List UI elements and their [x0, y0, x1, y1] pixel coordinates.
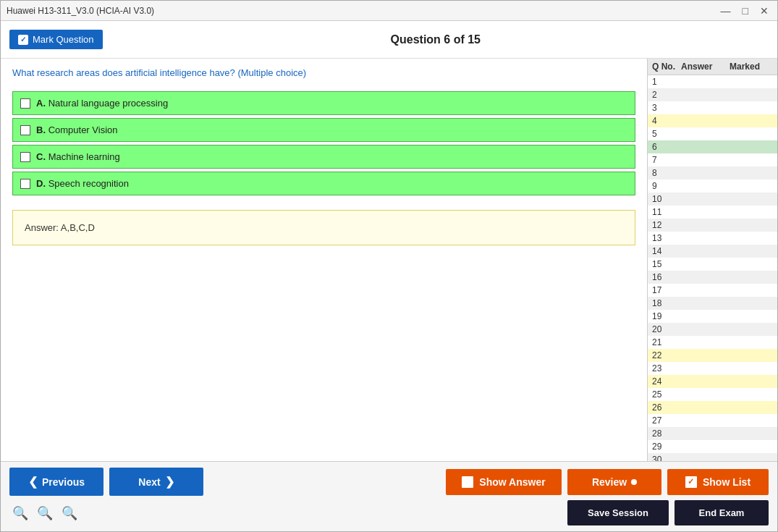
row-num: 1 — [652, 77, 681, 87]
row-num: 26 — [652, 402, 681, 413]
row-num: 3 — [652, 103, 681, 113]
row-num: 29 — [652, 442, 681, 452]
row-answer — [681, 311, 730, 321]
panel-row[interactable]: 1 — [648, 75, 777, 88]
review-button[interactable]: Review — [567, 469, 661, 495]
mark-check-icon — [18, 35, 28, 45]
maximize-button[interactable]: □ — [740, 5, 751, 17]
show-list-check-icon — [685, 476, 697, 488]
row-marked — [730, 415, 773, 426]
previous-label: Previous — [42, 476, 85, 488]
option-d-checkbox[interactable] — [20, 179, 30, 189]
panel-row[interactable]: 30 — [648, 453, 777, 461]
panel-row[interactable]: 24 — [648, 375, 777, 388]
panel-row[interactable]: 4 — [648, 114, 777, 127]
option-d[interactable]: D. Speech recognition — [12, 172, 635, 195]
option-b-checkbox[interactable] — [20, 125, 30, 135]
panel-row[interactable]: 9 — [648, 180, 777, 193]
row-answer — [681, 181, 730, 191]
row-marked — [730, 389, 773, 400]
show-list-button[interactable]: Show List — [667, 469, 769, 495]
row-num: 19 — [652, 311, 681, 321]
zoom-controls: 🔍 🔍 🔍 — [9, 504, 80, 523]
row-num: 8 — [652, 168, 681, 178]
option-b[interactable]: B. Computer Vision — [12, 118, 635, 142]
option-d-label: D. Speech recognition — [36, 178, 129, 189]
panel-row[interactable]: 13 — [648, 232, 777, 245]
panel-row[interactable]: 12 — [648, 219, 777, 232]
end-exam-button[interactable]: End Exam — [675, 500, 769, 525]
panel-row[interactable]: 15 — [648, 258, 777, 271]
row-marked — [730, 168, 773, 178]
main-window: Huawei H13-311_V3.0 (HCIA-AI V3.0) — □ ✕… — [0, 0, 778, 532]
row-answer — [681, 350, 730, 360]
panel-row[interactable]: 14 — [648, 245, 777, 258]
row-marked — [730, 350, 773, 360]
close-button[interactable]: ✕ — [757, 5, 771, 17]
row-num: 17 — [652, 285, 681, 295]
zoom-out-button[interactable]: 🔍 — [59, 504, 80, 523]
mark-question-button[interactable]: Mark Question — [9, 30, 103, 49]
panel-row[interactable]: 18 — [648, 297, 777, 310]
row-marked — [730, 272, 773, 282]
row-num: 21 — [652, 337, 681, 347]
row-answer — [681, 402, 730, 413]
row-num: 30 — [652, 455, 681, 461]
next-button[interactable]: Next ❯ — [109, 468, 203, 496]
row-marked — [730, 442, 773, 452]
panel-row[interactable]: 7 — [648, 153, 777, 166]
row-marked — [730, 142, 773, 152]
panel-list[interactable]: 1234567891011121314151617181920212223242… — [648, 75, 777, 461]
panel-row[interactable]: 28 — [648, 427, 777, 440]
row-answer — [681, 207, 730, 217]
row-answer — [681, 455, 730, 461]
panel-row[interactable]: 6 — [648, 140, 777, 153]
review-dot-icon — [631, 479, 637, 485]
panel-row[interactable]: 8 — [648, 166, 777, 180]
panel-row[interactable]: 27 — [648, 414, 777, 427]
show-answer-button[interactable]: Show Answer — [446, 469, 562, 495]
option-c-checkbox[interactable] — [20, 152, 30, 162]
row-num: 27 — [652, 415, 681, 426]
row-marked — [730, 233, 773, 243]
next-label: Next — [138, 476, 160, 488]
row-marked — [730, 363, 773, 373]
row-answer — [681, 155, 730, 165]
prev-arrow-icon: ❮ — [28, 475, 38, 489]
panel-row[interactable]: 26 — [648, 401, 777, 414]
option-a-checkbox[interactable] — [20, 98, 30, 109]
show-list-label: Show List — [703, 476, 750, 488]
header: Mark Question Question 6 of 15 — [1, 21, 777, 59]
panel-row[interactable]: 3 — [648, 101, 777, 114]
panel-row[interactable]: 5 — [648, 127, 777, 140]
minimize-button[interactable]: — — [718, 5, 734, 17]
row-answer — [681, 90, 730, 100]
row-marked — [730, 428, 773, 439]
show-answer-label: Show Answer — [479, 476, 545, 488]
panel-row[interactable]: 11 — [648, 206, 777, 219]
option-a[interactable]: A. Natural language processing — [12, 91, 635, 115]
panel-row[interactable]: 29 — [648, 440, 777, 453]
row-num: 16 — [652, 272, 681, 282]
panel-row[interactable]: 19 — [648, 310, 777, 323]
title-bar: Huawei H13-311_V3.0 (HCIA-AI V3.0) — □ ✕ — [1, 1, 777, 21]
panel-row[interactable]: 17 — [648, 284, 777, 297]
panel-row[interactable]: 22 — [648, 349, 777, 362]
panel-row[interactable]: 23 — [648, 362, 777, 375]
panel-row[interactable]: 25 — [648, 388, 777, 401]
panel-row[interactable]: 10 — [648, 193, 777, 206]
option-c[interactable]: C. Machine learning — [12, 145, 635, 169]
previous-button[interactable]: ❮ Previous — [9, 468, 103, 496]
zoom-reset-button[interactable]: 🔍 — [34, 504, 56, 523]
row-answer — [681, 272, 730, 282]
panel-row[interactable]: 16 — [648, 271, 777, 284]
panel-row[interactable]: 20 — [648, 323, 777, 336]
row-answer — [681, 116, 730, 126]
row-marked — [730, 285, 773, 295]
panel-row[interactable]: 2 — [648, 88, 777, 101]
row-answer — [681, 129, 730, 139]
save-session-button[interactable]: Save Session — [567, 500, 669, 525]
panel-row[interactable]: 21 — [648, 336, 777, 349]
zoom-in-button[interactable]: 🔍 — [9, 504, 31, 523]
row-answer — [681, 285, 730, 295]
